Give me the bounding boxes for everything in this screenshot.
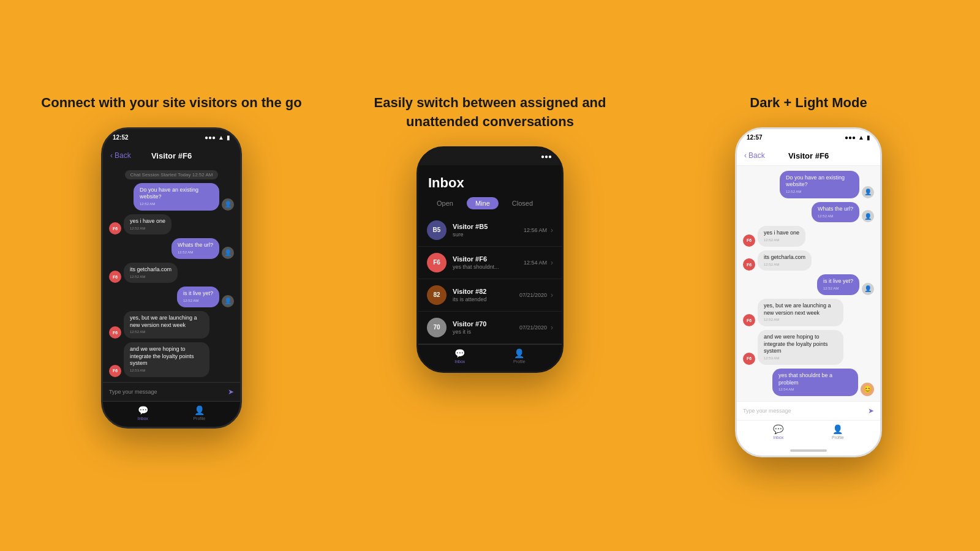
nav-profile-1[interactable]: 👤 Profile	[193, 405, 205, 421]
nav-bar-3: ‹ Back Visitor #F6	[737, 146, 880, 166]
person-icon: 👤	[224, 249, 232, 256]
status-bar-2: ●●●	[418, 148, 562, 165]
msg-text: its getcharla.com	[764, 254, 805, 260]
msg-time: 12:53 AM	[764, 356, 837, 361]
home-indicator-3	[737, 446, 880, 455]
status-time-1: 12:52	[113, 134, 129, 141]
agent-avatar: 👤	[222, 295, 234, 307]
signal-icon-3: ●●●	[845, 134, 856, 141]
nav-inbox-1[interactable]: 💬 Inbox	[138, 405, 148, 421]
inbox-time: 07/21/2020	[519, 324, 547, 331]
agent-avatar-3d: 😊	[861, 383, 874, 396]
nav-title-3: Visitor #F6	[788, 151, 829, 160]
inbox-item-content: Visitor #B5 sure	[453, 223, 518, 238]
agent-avatar-3b: 👤	[862, 210, 874, 222]
wifi-icon-3: ▲	[858, 134, 864, 141]
visitor-name: Visitor #70	[453, 320, 513, 328]
msg-row: F6 yes i have one 12:52 AM	[109, 214, 234, 234]
send-button-1[interactable]: ➤	[228, 388, 234, 396]
visitor-avatar: F6	[109, 271, 121, 283]
send-button-3[interactable]: ➤	[868, 407, 874, 415]
list-item[interactable]: 82 Visitor #82 its is attended 07/21/202…	[418, 279, 562, 312]
msg-time: 12:53 AM	[130, 369, 203, 373]
inbox-icon-3: 💬	[773, 424, 783, 434]
session-message-1: Chat Session Started Today 12:52 AM	[125, 170, 217, 179]
tab-closed[interactable]: Closed	[503, 197, 541, 209]
visitor-name: Visitor #B5	[453, 223, 518, 230]
input-bar-3: Type your message ➤	[737, 401, 880, 420]
chevron-right-icon: ›	[551, 258, 553, 267]
inbox-header: Inbox Open Mine Closed	[418, 165, 562, 214]
message-input-placeholder-3[interactable]: Type your message	[743, 408, 864, 414]
msg-text: yes i have one	[130, 218, 165, 224]
signal-icon: ●●●	[205, 134, 216, 141]
status-bar-1: 12:52 ●●● ▲ ▮	[103, 129, 240, 146]
msg-row: is it live yet? 12:52 AM 👤	[109, 287, 234, 307]
msg-text: Do you have an existing website?	[786, 174, 845, 188]
msg-time: 12:52 AM	[764, 318, 837, 323]
back-button-1[interactable]: ‹ Back	[110, 151, 131, 160]
msg-text: Whats the url?	[178, 242, 213, 248]
back-button-3[interactable]: ‹ Back	[744, 151, 765, 160]
chevron-left-icon-3: ‹	[744, 151, 747, 160]
msg-row: F6 yes, but we are launching a new versi…	[743, 299, 874, 326]
msg-time: 12:52 AM	[764, 263, 805, 268]
msg-row: F6 yes i have one 12:52 AM	[743, 226, 874, 246]
phone-1: 12:52 ●●● ▲ ▮ ‹ Back Visitor #F6 Chat Se…	[101, 127, 242, 429]
bottom-nav-3: 💬 Inbox 👤 Profile	[737, 420, 880, 446]
inbox-meta: 12:56 AM ›	[524, 226, 553, 234]
msg-text: Do you have an existing website?	[140, 187, 198, 200]
chat-area-1: Chat Session Started Today 12:52 AM Do y…	[103, 165, 240, 382]
msg-row: yes that shouldnt be a problem 12:54 AM …	[743, 369, 874, 396]
status-bar-3: 12:57 ●●● ▲ ▮	[737, 129, 880, 146]
nav-bar-1: ‹ Back Visitor #F6	[103, 146, 240, 165]
nav-inbox-2[interactable]: 💬 Inbox	[454, 348, 465, 364]
feature-block-2: Easily switch between assigned and unatt…	[349, 94, 631, 373]
signal-icon-2: ●●●	[541, 153, 552, 160]
tab-mine[interactable]: Mine	[467, 197, 499, 209]
visitor-preview: yes that shouldnt...	[453, 264, 518, 270]
bottom-nav-2: 💬 Inbox 👤 Profile	[418, 344, 562, 371]
input-bar-1: Type your message ➤	[103, 382, 240, 401]
inbox-title: Inbox	[428, 175, 552, 191]
msg-text: is it live yet?	[183, 290, 213, 296]
list-item[interactable]: B5 Visitor #B5 sure 12:56 AM ›	[418, 214, 562, 247]
msg-row: is it live yet? 12:52 AM 👤	[743, 274, 874, 294]
battery-icon: ▮	[227, 134, 230, 141]
message-bubble: Do you have an existing website? 12:52 A…	[134, 183, 219, 211]
chat-area-3: Do you have an existing website? 12:52 A…	[737, 166, 880, 401]
msg-text: its getcharla.com	[130, 266, 172, 272]
visitor-avatar: F6	[109, 365, 121, 377]
msg-time: 12:52 AM	[130, 330, 203, 335]
bottom-nav-1: 💬 Inbox 👤 Profile	[103, 401, 240, 427]
inbox-meta: 12:54 AM ›	[524, 258, 553, 267]
tab-open[interactable]: Open	[428, 197, 462, 209]
nav-profile-2[interactable]: 👤 Profile	[513, 348, 526, 364]
msg-row: F6 and we were hoping to integrate the l…	[109, 342, 234, 377]
list-item[interactable]: 70 Visitor #70 yes it is 07/21/2020 ›	[418, 312, 562, 344]
inbox-meta: 07/21/2020 ›	[519, 291, 553, 299]
msg-text: is it live yet?	[823, 278, 853, 284]
home-bar	[790, 449, 827, 452]
nav-profile-3[interactable]: 👤 Profile	[832, 424, 844, 440]
feature-title-1: Connect with your site visitors on the g…	[41, 94, 301, 113]
msg-row: Whats the url? 12:52 AM 👤	[109, 238, 234, 258]
nav-inbox-label-2: Inbox	[454, 359, 465, 364]
message-input-placeholder[interactable]: Type your message	[109, 389, 224, 395]
main-container: Connect with your site visitors on the g…	[0, 69, 980, 482]
inbox-item-content: Visitor #82 its is attended	[453, 288, 513, 302]
inbox-time: 12:56 AM	[524, 227, 547, 233]
inbox-time: 12:54 AM	[524, 260, 547, 266]
status-icons-3: ●●● ▲ ▮	[845, 134, 870, 141]
msg-time: 12:54 AM	[778, 388, 852, 392]
battery-icon-3: ▮	[867, 134, 870, 141]
nav-inbox-3[interactable]: 💬 Inbox	[773, 424, 783, 440]
nav-profile-label: Profile	[193, 416, 205, 421]
msg-time: 12:52 AM	[786, 190, 853, 195]
msg-time: 12:52 AM	[130, 275, 172, 280]
inbox-time: 07/21/2020	[519, 292, 547, 298]
inbox-item-content: Visitor #F6 yes that shouldnt...	[453, 255, 518, 270]
list-item[interactable]: F6 Visitor #F6 yes that shouldnt... 12:5…	[418, 247, 562, 279]
visitor-name: Visitor #F6	[453, 255, 518, 263]
agent-avatar: 👤	[222, 247, 234, 259]
